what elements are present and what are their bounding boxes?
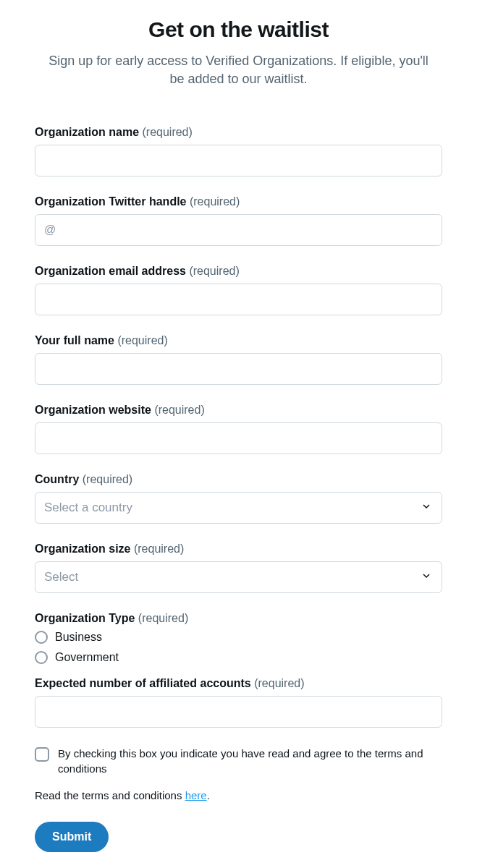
label-org-size: Organization size (required) [35,542,442,556]
input-full-name[interactable] [35,353,442,385]
input-org-name[interactable] [35,145,442,176]
radio-icon [35,631,48,644]
field-org-name: Organization name (required) [35,126,442,176]
field-org-email: Organization email address (required) [35,265,442,315]
select-org-size[interactable]: Select [35,561,442,593]
input-org-website[interactable] [35,422,442,454]
radio-government[interactable]: Government [35,651,442,664]
select-org-size-placeholder: Select [44,570,78,584]
consent-checkbox[interactable] [35,747,49,762]
label-org-type: Organization Type (required) [35,612,442,625]
page-title: Get on the waitlist [35,17,442,42]
consent-checkbox-label: By checking this box you indicate you ha… [58,746,442,776]
field-affiliated: Expected number of affiliated accounts (… [35,677,442,728]
page-subtitle: Sign up for early access to Verified Org… [35,52,442,88]
label-org-handle: Organization Twitter handle (required) [35,195,442,208]
submit-button[interactable]: Submit [35,822,109,852]
label-org-name: Organization name (required) [35,126,442,139]
consent-checkbox-row: By checking this box you indicate you ha… [35,746,442,776]
field-org-website: Organization website (required) [35,404,442,454]
terms-line: Read the terms and conditions here. [35,789,442,801]
label-org-website: Organization website (required) [35,404,442,417]
radio-business[interactable]: Business [35,631,442,644]
radio-government-label: Government [55,651,119,664]
input-affiliated[interactable] [35,696,442,728]
label-full-name: Your full name (required) [35,334,442,347]
field-org-handle: Organization Twitter handle (required) [35,195,442,246]
input-org-handle[interactable] [35,214,442,246]
radio-business-label: Business [55,631,102,644]
radio-icon [35,651,48,664]
select-country[interactable]: Select a country [35,492,442,524]
terms-link[interactable]: here [185,789,207,801]
input-org-email[interactable] [35,284,442,315]
select-country-placeholder: Select a country [44,501,132,515]
field-org-size: Organization size (required) Select [35,542,442,593]
label-affiliated: Expected number of affiliated accounts (… [35,677,442,690]
label-org-email: Organization email address (required) [35,265,442,278]
field-full-name: Your full name (required) [35,334,442,385]
field-country: Country (required) Select a country [35,473,442,524]
field-org-type: Organization Type (required) Business Go… [35,612,442,664]
form-container: Get on the waitlist Sign up for early ac… [0,17,477,852]
label-country: Country (required) [35,473,442,486]
